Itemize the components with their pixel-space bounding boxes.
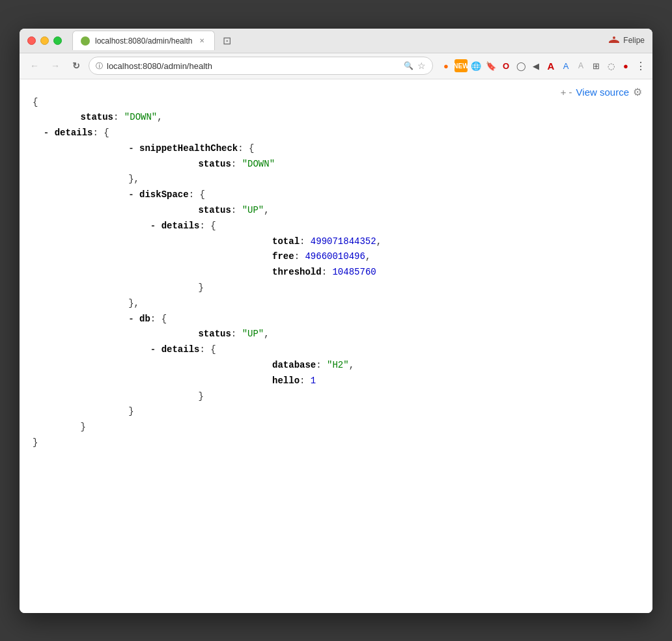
maximize-button[interactable] <box>53 36 62 45</box>
content-area: + - View source ⚙ { status: "DOWN", - de… <box>20 79 652 613</box>
zoom-minus[interactable]: - <box>569 87 572 98</box>
settings-gear-icon[interactable]: ⚙ <box>633 86 642 98</box>
address-bar[interactable] <box>107 61 400 71</box>
json-line-6: - diskSpace: { <box>33 187 639 203</box>
json-line-15: status: "UP", <box>33 327 639 342</box>
nav-bar: ← → ↻ ⓘ 🔍 ☆ ● NEW 🌐 🔖 O ◯ ◀ A A A ⊞ ◌ ● … <box>20 53 652 79</box>
toolbar-icon-a-gray[interactable]: A <box>574 59 587 72</box>
tab-close-button[interactable]: ✕ <box>197 36 206 46</box>
json-line-0: { <box>33 95 639 111</box>
json-line-13: }, <box>33 296 639 312</box>
toolbar-icon-circle[interactable]: ◯ <box>514 59 527 72</box>
active-tab[interactable]: localhost:8080/admin/health ✕ <box>72 31 215 50</box>
json-line-4: status: "DOWN" <box>33 157 639 172</box>
json-line-1: status: "DOWN", <box>33 110 639 126</box>
profile-icon <box>609 35 619 46</box>
json-line-5: }, <box>33 172 639 187</box>
json-line-10: free: 49660010496, <box>33 249 639 265</box>
json-line-22: } <box>33 435 639 451</box>
toolbar-icon-bookmark[interactable]: 🔖 <box>484 59 497 72</box>
address-bar-container[interactable]: ⓘ 🔍 ☆ <box>89 57 433 75</box>
toolbar-icon-grid[interactable]: ⊞ <box>589 59 602 72</box>
view-source-link[interactable]: View source <box>576 87 629 98</box>
json-line-18: hello: 1 <box>33 374 639 389</box>
traffic-lights <box>27 36 62 45</box>
title-bar: localhost:8080/admin/health ✕ ⊡ Felipe <box>20 29 652 53</box>
profile-name: Felipe <box>623 36 645 45</box>
json-line-12: } <box>33 280 639 296</box>
json-line-11: threshold: 10485760 <box>33 265 639 280</box>
toolbar-icon-1[interactable]: ● <box>440 59 453 72</box>
zoom-plus[interactable]: + <box>561 87 567 98</box>
bookmark-icon: ☆ <box>417 61 426 71</box>
json-line-2: - details: { <box>33 126 639 141</box>
json-line-21: } <box>33 420 639 435</box>
toolbar-icon-back[interactable]: ◀ <box>529 59 542 72</box>
view-source-zoom-controls: + - <box>561 87 572 98</box>
forward-button[interactable]: → <box>47 57 64 74</box>
toolbar-icon-circle2[interactable]: ◌ <box>604 59 617 72</box>
tab-title: localhost:8080/admin/health <box>95 36 192 46</box>
tab-favicon <box>81 36 90 46</box>
json-line-14: - db: { <box>33 312 639 327</box>
browser-window: localhost:8080/admin/health ✕ ⊡ Felipe ←… <box>20 29 652 613</box>
reload-button[interactable]: ↻ <box>68 57 85 74</box>
json-line-16: - details: { <box>33 342 639 358</box>
lock-icon: ⓘ <box>96 61 103 71</box>
json-content: { status: "DOWN", - details: { - snippet… <box>33 95 639 451</box>
toolbar-icon-a-blue[interactable]: A <box>559 59 572 72</box>
toolbar-icons: ● NEW 🌐 🔖 O ◯ ◀ A A A ⊞ ◌ ● ⋮ <box>440 59 646 72</box>
profile-area: Felipe <box>609 35 645 46</box>
toolbar-icon-new[interactable]: NEW <box>455 59 468 72</box>
toolbar-icon-lastpass[interactable]: ● <box>619 59 632 72</box>
json-line-19: } <box>33 389 639 405</box>
minimize-button[interactable] <box>40 36 49 45</box>
toolbar-icon-a-red[interactable]: A <box>544 59 557 72</box>
json-line-8: - details: { <box>33 219 639 234</box>
toolbar-icon-globe[interactable]: 🌐 <box>469 59 483 72</box>
json-line-20: } <box>33 404 639 420</box>
json-line-3: - snippetHealthCheck: { <box>33 141 639 157</box>
search-icon: 🔍 <box>404 61 413 70</box>
close-button[interactable] <box>27 36 36 45</box>
tab-bar: localhost:8080/admin/health ✕ ⊡ <box>72 31 609 50</box>
more-options-button[interactable]: ⋮ <box>636 60 646 72</box>
back-button[interactable]: ← <box>26 57 43 74</box>
json-line-9: total: 499071844352, <box>33 234 639 250</box>
view-source-bar: + - View source ⚙ <box>561 86 642 98</box>
toolbar-icon-opera[interactable]: O <box>499 59 512 72</box>
json-line-17: database: "H2", <box>33 358 639 374</box>
json-line-7: status: "UP", <box>33 203 639 219</box>
new-tab-button[interactable]: ⊡ <box>219 33 234 48</box>
